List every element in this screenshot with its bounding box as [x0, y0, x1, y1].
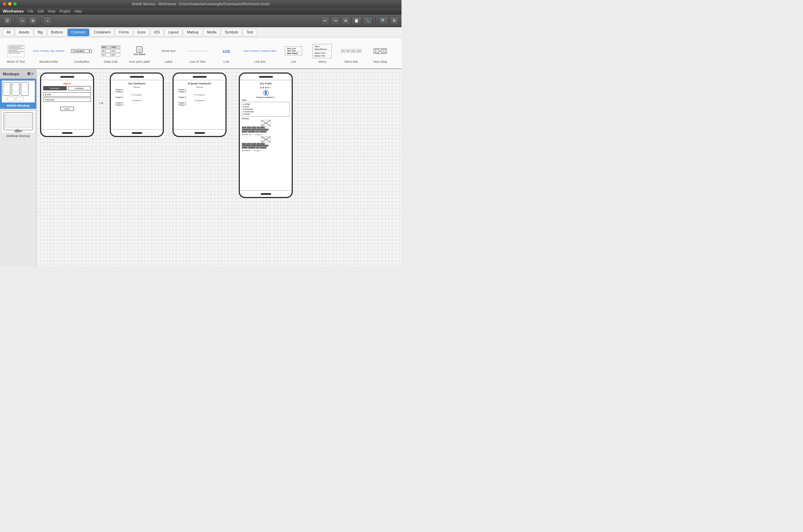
single-view-button[interactable]: ▭: [18, 16, 27, 25]
palette-item-label[interactable]: Some text Label: [155, 39, 182, 67]
redo-button[interactable]: ↪: [331, 16, 340, 25]
phone-top-4: [240, 74, 292, 80]
toolbar: ☰ ▭ ⊞ + ↩ ↪ ⧉ 📋 📎 🔍 ⚙: [0, 15, 402, 27]
filter-tab-big[interactable]: Big: [34, 29, 46, 36]
palette-label-combobox: ComboBox: [74, 60, 90, 63]
title-bar: Mobile Mockup - Wireframes - [/Users/nat…: [0, 0, 402, 8]
palette-item-line-of-text[interactable]: ~~~~~~~~~~~ Line of Text: [184, 39, 211, 67]
filter-tab-containers[interactable]: Containers: [90, 29, 114, 36]
sidebar-item-desktop-mockup[interactable]: Desktop Mockup: [0, 109, 36, 139]
palette-item-icon-and-label[interactable]: ⬜ Icon Name Icon and Label: [127, 39, 153, 67]
filter-tab-text[interactable]: Text: [243, 29, 257, 36]
phone-bottom-3: [174, 130, 225, 136]
phone-login: Sign In Developer Employer E-mail Passwo…: [40, 73, 94, 137]
review-stars-2: ★★★★★ Project Y: [242, 149, 290, 152]
menu-help[interactable]: Help: [75, 9, 82, 13]
filter-tab-all[interactable]: All: [3, 29, 14, 36]
hamburger-menu-button[interactable]: ☰: [3, 16, 12, 25]
sidebar-title: Mockups: [3, 72, 20, 76]
developer-tab: Developer: [43, 86, 67, 90]
in-progress-label-employer: In Progress: [176, 94, 223, 96]
palette-label-data-grid: Data Grid: [104, 60, 117, 63]
completed-label-dev: Completed: [113, 99, 161, 101]
profile-stars: ★★★★★: [242, 86, 290, 89]
menu-edit[interactable]: Edit: [38, 9, 44, 13]
menu-file[interactable]: File: [28, 9, 33, 13]
menu-view[interactable]: View: [48, 9, 55, 13]
phone-bottom-4: [240, 191, 292, 197]
palette-label-link-bar: Link Bar: [254, 60, 266, 63]
extra-button[interactable]: ⚙: [390, 16, 399, 25]
dev-dashboard-title: Dev Dashboard: [113, 82, 161, 85]
grid-view-button[interactable]: ⊞: [28, 16, 37, 25]
sidebar-view-toggle[interactable]: ⊞ ≡: [27, 71, 33, 76]
component-palette: Block of Text Home › Products › App › Fe…: [0, 38, 402, 69]
login-btn: Log In: [60, 107, 74, 111]
palette-item-list[interactable]: Item One Item Two Item Three List: [280, 39, 306, 67]
palette-preview-block-of-text: [7, 43, 25, 59]
palette-item-menu-bar[interactable]: FileEditViewHelp Menu Bar: [338, 39, 364, 67]
sidebar-item-mobile-mockup[interactable]: Mobile Mockup: [0, 79, 36, 109]
reviews-label: Reviews: [242, 117, 290, 120]
palette-item-breadcrumbs[interactable]: Home › Products › App › Features Breadcr…: [32, 39, 66, 67]
palette-label-link: Link: [223, 60, 229, 63]
undo-button[interactable]: ↩: [320, 16, 329, 25]
phone-dev-dashboard: Dev Dashboard Offered Project 1 Project …: [110, 73, 164, 137]
filter-tab-buttons[interactable]: Buttons: [47, 29, 67, 36]
sidebar-thumb-mobile-mockup: [1, 80, 35, 103]
palette-item-data-grid[interactable]: Col 1 Col 2 Val 1Val 2 Val 3Val 4 Data G…: [98, 39, 124, 67]
paste-button[interactable]: 📋: [352, 16, 361, 25]
svg-rect-10: [14, 130, 22, 132]
svg-rect-5: [22, 84, 28, 92]
project-item: Project 2: [178, 91, 223, 93]
filter-tab-assets[interactable]: Assets: [15, 29, 33, 36]
offered-label-dev: Offered: [113, 86, 161, 88]
svg-rect-1: [4, 84, 9, 92]
login-tab-row: Developer Employer: [43, 86, 91, 90]
filter-tab-forms[interactable]: Forms: [115, 29, 132, 36]
filter-tab-symbols[interactable]: Symbols: [221, 29, 242, 36]
canvas[interactable]: Sign In Developer Employer E-mail Passwo…: [37, 69, 402, 266]
login-form: E-mail Password: [43, 92, 91, 102]
app-name: Wireframes: [3, 9, 24, 13]
employer-tab: Employer: [68, 86, 91, 90]
close-button[interactable]: [3, 2, 6, 6]
skill-javascript: Javascript: [243, 111, 288, 113]
svg-rect-9: [5, 115, 32, 128]
sidebar-preview-svg: [2, 81, 35, 102]
copy-button[interactable]: ⧉: [341, 16, 350, 25]
phone-home-2: [132, 132, 142, 134]
palette-label-breadcrumbs: Breadcrumbs: [39, 60, 58, 63]
search-button[interactable]: 🔍: [378, 16, 388, 25]
svg-rect-6: [7, 97, 15, 101]
in-progress-label-dev: In Progress: [113, 94, 161, 96]
employer-dashboard-title: Employer Dashboard: [176, 82, 223, 85]
palette-item-num-step[interactable]: − 3 + Num.Step: [367, 39, 393, 67]
palette-item-block-of-text[interactable]: Block of Text: [3, 39, 29, 67]
clipboard-button[interactable]: 📎: [363, 16, 373, 25]
toolbar-separator-3: [375, 17, 376, 25]
palette-item-link[interactable]: a link Link: [213, 39, 239, 67]
filter-tab-icons[interactable]: Icons: [133, 29, 150, 36]
palette-item-combobox[interactable]: ComboBox▼ ComboBox: [69, 39, 95, 67]
add-component-button[interactable]: +: [43, 16, 52, 25]
minimize-button[interactable]: [8, 2, 12, 6]
filter-tab-media[interactable]: Media: [203, 29, 220, 36]
filter-tab-layout[interactable]: Layout: [164, 29, 182, 36]
phone-screen-dev-dashboard: Dev Dashboard Offered Project 1 Project …: [111, 80, 163, 130]
phone-speaker-4: [259, 76, 273, 78]
palette-preview-breadcrumbs: Home › Products › App › Features: [33, 43, 64, 59]
menu-project[interactable]: Project: [60, 9, 70, 13]
palette-item-link-bar[interactable]: Home | Products | Company | More Link Ba…: [242, 39, 278, 67]
fullscreen-button[interactable]: [13, 2, 17, 6]
filter-tab-markup[interactable]: Markup: [183, 29, 202, 36]
phone-dev-profile: Dev Profile ★★★★★ 👤 Projects completed: …: [239, 73, 293, 198]
profile-avatar: 👤: [263, 90, 269, 96]
palette-preview-link: a link: [223, 43, 230, 59]
phone-speaker-1: [60, 76, 74, 78]
toolbar-separator: [15, 17, 15, 25]
palette-item-menu[interactable]: Open Open Recent Option One Option Two M…: [309, 39, 335, 67]
filter-tab-ios[interactable]: iOS: [150, 29, 164, 36]
palette-preview-list: Item One Item Two Item Three: [285, 43, 302, 59]
filter-tab-common[interactable]: Common: [68, 29, 90, 36]
